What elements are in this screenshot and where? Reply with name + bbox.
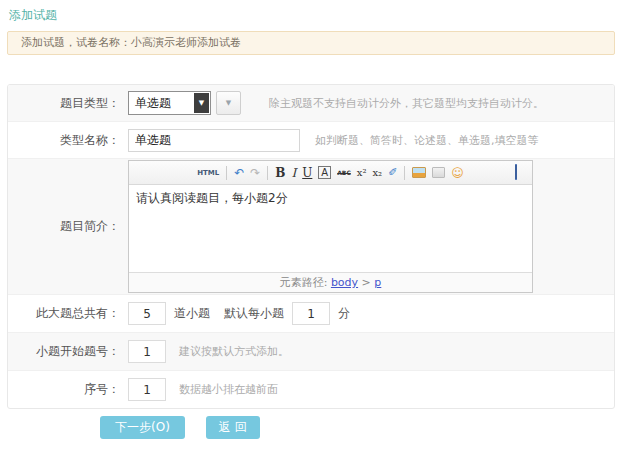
underline-icon[interactable]: U [302,166,312,180]
emoticon-icon[interactable]: ☺ [451,166,464,180]
notice-bar: 添加试题，试卷名称：小高演示老师添加试卷 [7,31,615,55]
html-source-icon[interactable]: HTML [197,169,219,177]
subquestion-count-unit: 道小题 [174,305,210,322]
page-title: 添加试题 [9,7,57,24]
redo-icon[interactable]: ↷ [250,166,260,180]
format-eraser-icon[interactable]: ✐ [388,166,397,179]
start-number-label: 小题开始题号： [8,343,120,360]
question-type-select[interactable]: 单选题 ▼ [128,91,211,115]
element-path-separator: > [358,276,374,289]
element-path-body-link[interactable]: body [331,276,358,289]
toolbar-separator [226,166,227,180]
start-number-hint: 建议按默认方式添加。 [179,344,289,359]
back-button[interactable]: 返 回 [206,416,260,439]
order-hint: 数据越小排在越前面 [179,382,278,397]
element-path-p-link[interactable]: p [374,276,381,289]
editor-content-area[interactable]: 请认真阅读题目，每小题2分 [129,185,532,272]
editor-statusbar: 元素路径: body > p [129,272,532,292]
row-intro: 题目简介： HTML ↶ ↷ B I U A ABC x² x₂ ✐ ☺ [8,158,614,294]
fullscreen-icon[interactable] [509,166,523,178]
intro-content-text: 请认真阅读题目，每小题2分 [136,191,288,205]
type-name-label: 类型名称： [8,132,120,149]
strikethrough-icon[interactable]: ABC [337,169,351,176]
next-step-button[interactable]: 下一步(O) [100,416,185,439]
row-start-number: 小题开始题号： 建议按默认方式添加。 [8,332,614,370]
screenshot-icon[interactable] [432,167,445,178]
element-path-label: 元素路径: [280,276,331,289]
order-input[interactable] [128,378,166,401]
row-question-type: 题目类型： 单选题 ▼ ▼ 除主观题不支持自动计分外，其它题型均支持自动计分。 [8,85,614,121]
question-type-hint: 除主观题不支持自动计分外，其它题型均支持自动计分。 [269,96,544,111]
select-arrow-icon: ▼ [194,93,209,113]
toolbar-separator [267,166,268,180]
default-score-unit: 分 [338,305,350,322]
add-question-form: 题目类型： 单选题 ▼ ▼ 除主观题不支持自动计分外，其它题型均支持自动计分。 … [7,84,615,409]
font-color-icon[interactable]: A [318,166,331,179]
row-type-name: 类型名称： 如判断题、简答时、论述题、单选题,填空题等 [8,121,614,158]
rich-text-editor: HTML ↶ ↷ B I U A ABC x² x₂ ✐ ☺ [128,160,533,293]
chevron-down-icon: ▼ [226,99,231,107]
type-name-input[interactable] [128,129,300,152]
bold-icon[interactable]: B [275,166,285,180]
notice-text: 添加试题，试卷名称：小高演示老师添加试卷 [21,36,241,49]
default-score-label: 默认每小题 [224,305,284,322]
undo-icon[interactable]: ↶ [234,166,244,180]
subscript-icon[interactable]: x₂ [372,167,382,178]
intro-label: 题目简介： [8,218,120,235]
question-subtype-select-disabled[interactable]: ▼ [216,91,241,115]
editor-toolbar: HTML ↶ ↷ B I U A ABC x² x₂ ✐ ☺ [129,161,532,185]
subquestion-count-input[interactable] [128,302,166,325]
type-name-hint: 如判断题、简答时、论述题、单选题,填空题等 [315,133,539,148]
question-type-label: 题目类型： [8,95,120,112]
question-type-selected-value: 单选题 [135,95,171,112]
action-buttons: 下一步(O) 返 回 [100,416,260,439]
superscript-icon[interactable]: x² [357,167,367,178]
default-score-input[interactable] [292,302,330,325]
subquestion-count-label: 此大题总共有： [8,305,120,322]
start-number-input[interactable] [128,340,166,363]
toolbar-separator [404,166,405,180]
row-order: 序号： 数据越小排在越前面 [8,370,614,408]
italic-icon[interactable]: I [291,166,296,180]
row-subquestion-count: 此大题总共有： 道小题 默认每小题 分 [8,294,614,332]
insert-image-icon[interactable] [412,167,426,178]
order-label: 序号： [8,381,120,398]
